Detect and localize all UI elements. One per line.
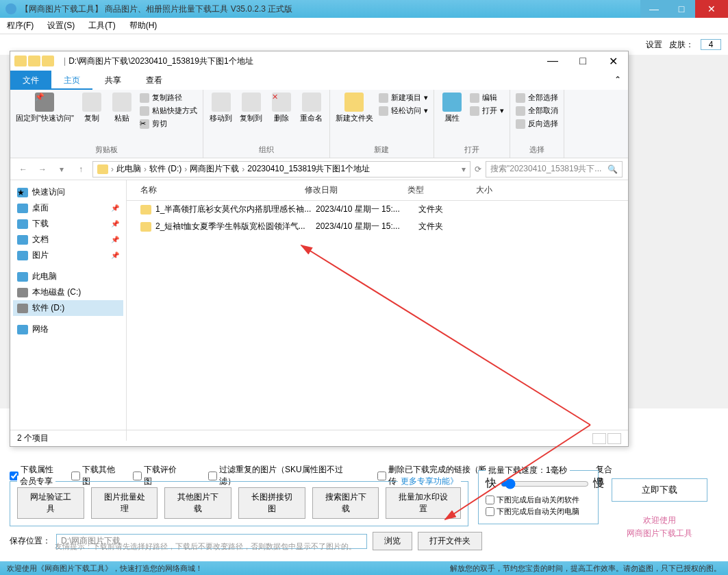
close-soft-check[interactable] <box>486 496 494 504</box>
nav-disk-d[interactable]: 软件 (D:) <box>13 300 123 316</box>
new-folder-button[interactable]: 新建文件夹 <box>336 93 373 123</box>
move-to-button[interactable]: 移动到 <box>209 93 234 123</box>
copy-to-button[interactable]: 复制到 <box>239 93 264 123</box>
search-input[interactable]: 搜索"20230410_153819共下... 🔍 <box>486 161 623 178</box>
forward-button[interactable]: → <box>35 162 50 177</box>
filter-dup-check[interactable] <box>208 472 217 480</box>
select-none-button[interactable]: 全部取消 <box>516 106 558 116</box>
col-name[interactable]: 名称 <box>127 184 305 196</box>
close-button[interactable]: ✕ <box>695 0 728 18</box>
nav-pictures[interactable]: 图片📌 <box>13 247 123 263</box>
maximize-button[interactable]: □ <box>668 0 695 18</box>
easy-access-button[interactable]: 轻松访问 ▾ <box>379 106 428 116</box>
other-dl-button[interactable]: 其他图片下载 <box>164 487 231 519</box>
view-thumbs-icon[interactable] <box>607 433 621 444</box>
rename-button[interactable]: 重命名 <box>299 93 324 123</box>
skin-input[interactable] <box>701 39 721 50</box>
explorer-maximize[interactable]: □ <box>568 51 598 71</box>
tab-home[interactable]: 主页 <box>51 71 92 90</box>
nav-documents[interactable]: 文档📌 <box>13 232 123 247</box>
cut-button[interactable]: ✂剪切 <box>140 119 197 129</box>
col-date[interactable]: 修改日期 <box>305 184 407 196</box>
copy-path-button[interactable]: 复制路径 <box>140 93 197 103</box>
download-now-button[interactable]: 立即下载 <box>612 478 707 502</box>
menu-settings[interactable]: 设置(S) <box>47 20 75 32</box>
hint-text: 友情提示：下载前请先选择好路径，下载后不要改变路径，否则数据包中显示不了图片的。 <box>55 541 356 552</box>
explorer-tabs: 文件 主页 共享 查看 ⌃ <box>10 71 628 90</box>
del-done-check[interactable] <box>377 472 386 480</box>
folder-icon <box>97 164 108 174</box>
pin-icon: 📌 <box>111 204 119 212</box>
col-size[interactable]: 大小 <box>476 184 531 196</box>
history-dropdown[interactable]: ▾ <box>54 162 69 177</box>
folder-icon <box>140 205 151 215</box>
nav-thispc[interactable]: 此电脑 <box>13 269 123 284</box>
search-dl-button[interactable]: 搜索图片下载 <box>312 487 379 519</box>
breadcrumb-bar: ← → ▾ ↑ › 此电脑› 软件 (D:)› 网商图片下载› 20230410… <box>10 158 628 180</box>
ribbon: 📌固定到"快速访问" 复制 粘贴 复制路径 粘贴快捷方式 ✂剪切 剪贴板 移动到… <box>10 90 628 158</box>
nav-disk-c[interactable]: 本地磁盘 (C:) <box>13 284 123 300</box>
app-title-text: 【网商图片下载工具】 商品图片、相册照片批量下载工具 V35.0.2.3 正式版 <box>21 3 292 15</box>
file-row[interactable]: 1_半高领打底衫女莫代尔内搭肌理感长袖... 2023/4/10 星期一 15:… <box>127 201 628 218</box>
menu-help[interactable]: 帮助(H) <box>129 20 158 32</box>
nav-downloads[interactable]: 下载📌 <box>13 216 123 232</box>
address-bar[interactable]: › 此电脑› 软件 (D:)› 网商图片下载› 20230410_153819共… <box>92 161 470 178</box>
file-list: 名称 修改日期 类型 大小 1_半高领打底衫女莫代尔内搭肌理感长袖... 202… <box>127 180 628 441</box>
select-all-button[interactable]: 全部选择 <box>516 93 558 103</box>
edit-button[interactable]: 编辑 <box>470 93 504 103</box>
open-folder-button[interactable]: 打开文件夹 <box>418 532 482 550</box>
delete-button[interactable]: ✕删除 <box>269 93 294 123</box>
pin-quickaccess-button[interactable]: 📌固定到"快速访问" <box>16 93 74 123</box>
qat-icon[interactable] <box>28 56 40 66</box>
invert-selection-button[interactable]: 反向选择 <box>516 119 558 129</box>
up-button[interactable]: ↑ <box>73 162 88 177</box>
url-verify-button[interactable]: 网址验证工具 <box>17 487 84 519</box>
nav-desktop[interactable]: 桌面📌 <box>13 200 123 216</box>
ribbon-collapse-icon[interactable]: ⌃ <box>614 75 621 84</box>
close-pc-check[interactable] <box>486 507 494 516</box>
nav-network[interactable]: 网络 <box>13 321 123 337</box>
browse-button[interactable]: 浏览 <box>373 532 412 550</box>
explorer-close[interactable]: ✕ <box>598 51 628 71</box>
more-features-link[interactable]: 更多专享功能》 <box>398 476 461 487</box>
skin-label: 皮肤： <box>669 39 694 51</box>
watermark-button[interactable]: 批量加水印设置 <box>386 487 461 519</box>
pin-icon: 📌 <box>111 220 119 228</box>
paste-shortcut-button[interactable]: 粘贴快捷方式 <box>140 106 197 116</box>
file-row[interactable]: 2_短袖t恤女夏季学生韩版宽松圆领洋气... 2023/4/10 星期一 15:… <box>127 218 628 235</box>
refresh-button[interactable]: ⟳ <box>475 164 481 174</box>
dl-other-check[interactable] <box>71 472 80 480</box>
tab-file[interactable]: 文件 <box>10 71 51 90</box>
paste-button[interactable]: 粘贴 <box>110 93 134 123</box>
settings-link[interactable]: 设置 <box>646 39 662 51</box>
back-button[interactable]: ← <box>16 162 31 177</box>
footer: 欢迎使用《网商图片下载工具》，快速打造您的网络商城！ 解放您的双手，节约您宝贵的… <box>0 561 728 575</box>
properties-button[interactable]: 属性 <box>440 93 464 123</box>
pin-icon: 📌 <box>111 236 119 243</box>
member-box: 会员专享 更多专享功能》 网址验证工具 图片批量处理 其他图片下载 长图拼接切图… <box>10 481 468 526</box>
open-button[interactable]: 打开 ▾ <box>470 106 504 116</box>
explorer-statusbar: 2 个项目 <box>10 430 628 446</box>
new-item-button[interactable]: 新建项目 ▾ <box>379 93 428 103</box>
menu-program[interactable]: 程序(F) <box>7 20 34 32</box>
speed-slider[interactable] <box>501 478 589 489</box>
nav-quickaccess[interactable]: ★快速访问 <box>13 184 123 200</box>
tab-share[interactable]: 共享 <box>92 71 134 90</box>
menu-tools[interactable]: 工具(T) <box>88 20 115 32</box>
folder-icon <box>140 222 151 232</box>
explorer-minimize[interactable]: — <box>538 51 568 71</box>
pin-icon: 📌 <box>111 252 119 259</box>
batch-process-button[interactable]: 图片批量处理 <box>91 487 158 519</box>
copy-button[interactable]: 复制 <box>79 93 104 123</box>
search-icon: 🔍 <box>607 164 618 174</box>
app-titlebar: 【网商图片下载工具】 商品图片、相册照片批量下载工具 V35.0.2.3 正式版… <box>0 0 728 18</box>
tab-view[interactable]: 查看 <box>134 71 175 90</box>
long-image-button[interactable]: 长图拼接切图 <box>238 487 305 519</box>
explorer-window: | D:\网商图片下载\20230410_153819共下图1个地址 — □ ✕… <box>10 51 629 447</box>
view-details-icon[interactable] <box>592 433 606 444</box>
qat-icon[interactable] <box>42 56 54 66</box>
minimize-button[interactable]: — <box>640 0 668 18</box>
qat-icon[interactable] <box>14 56 27 66</box>
dl-eval-check[interactable] <box>133 472 142 480</box>
col-type[interactable]: 类型 <box>407 184 476 196</box>
